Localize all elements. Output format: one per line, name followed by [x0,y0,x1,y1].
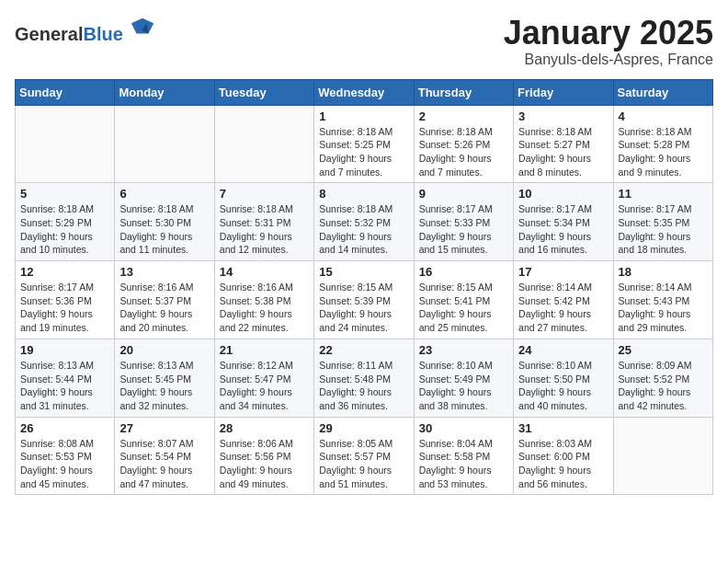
day-number: 17 [518,265,608,279]
day-info: Sunrise: 8:18 AMSunset: 5:32 PMDaylight:… [319,202,408,257]
weekday-header-tuesday: Tuesday [214,79,313,105]
day-number: 24 [518,343,608,357]
day-info: Sunrise: 8:17 AMSunset: 5:33 PMDaylight:… [419,202,508,257]
weekday-header-sunday: Sunday [16,79,115,105]
day-info: Sunrise: 8:15 AMSunset: 5:41 PMDaylight:… [419,281,508,335]
title-block: January 2025 Banyuls-dels-Aspres, France [504,15,713,68]
day-number: 13 [119,265,209,279]
calendar-cell [214,105,313,183]
day-number: 9 [419,187,508,201]
weekday-header-row: SundayMondayTuesdayWednesdayThursdayFrid… [16,79,713,105]
calendar-cell: 18Sunrise: 8:14 AMSunset: 5:43 PMDayligh… [613,261,712,339]
calendar-cell: 28Sunrise: 8:06 AMSunset: 5:56 PMDayligh… [214,417,313,495]
day-info: Sunrise: 8:13 AMSunset: 5:45 PMDaylight:… [119,359,209,413]
day-info: Sunrise: 8:08 AMSunset: 5:53 PMDaylight:… [20,437,109,491]
day-number: 15 [319,265,408,279]
logo-general-text: General [15,24,83,44]
day-number: 29 [319,421,408,435]
weekday-header-thursday: Thursday [414,79,513,105]
day-number: 14 [220,265,309,279]
calendar-cell: 10Sunrise: 8:17 AMSunset: 5:34 PMDayligh… [514,183,613,261]
day-number: 8 [319,187,408,201]
calendar-week-2: 5Sunrise: 8:18 AMSunset: 5:29 PMDaylight… [16,183,713,261]
calendar-cell: 7Sunrise: 8:18 AMSunset: 5:31 PMDaylight… [214,183,313,261]
calendar-cell: 17Sunrise: 8:14 AMSunset: 5:42 PMDayligh… [514,261,613,339]
calendar-cell: 5Sunrise: 8:18 AMSunset: 5:29 PMDaylight… [16,183,115,261]
calendar-cell: 1Sunrise: 8:18 AMSunset: 5:25 PMDaylight… [314,105,414,183]
day-number: 31 [518,421,608,435]
day-info: Sunrise: 8:18 AMSunset: 5:31 PMDaylight:… [220,202,309,257]
day-number: 1 [319,109,408,123]
calendar-cell [613,417,712,495]
day-number: 20 [119,343,209,357]
weekday-header-wednesday: Wednesday [314,79,414,105]
day-number: 5 [20,187,109,201]
day-info: Sunrise: 8:18 AMSunset: 5:29 PMDaylight:… [20,202,109,257]
day-number: 6 [119,187,209,201]
day-info: Sunrise: 8:12 AMSunset: 5:47 PMDaylight:… [220,359,309,413]
day-number: 27 [119,421,209,435]
day-number: 30 [419,421,508,435]
calendar-cell: 20Sunrise: 8:13 AMSunset: 5:45 PMDayligh… [115,339,214,417]
day-info: Sunrise: 8:17 AMSunset: 5:34 PMDaylight:… [518,202,608,257]
location: Banyuls-dels-Aspres, France [504,52,713,68]
day-number: 16 [419,265,508,279]
calendar-cell: 4Sunrise: 8:18 AMSunset: 5:28 PMDaylight… [613,105,712,183]
calendar-week-5: 26Sunrise: 8:08 AMSunset: 5:53 PMDayligh… [16,417,713,495]
calendar-cell: 19Sunrise: 8:13 AMSunset: 5:44 PMDayligh… [16,339,115,417]
day-info: Sunrise: 8:16 AMSunset: 5:38 PMDaylight:… [220,281,309,335]
calendar-cell: 24Sunrise: 8:10 AMSunset: 5:50 PMDayligh… [514,339,613,417]
day-number: 11 [619,187,708,201]
day-number: 26 [20,421,109,435]
page-header: GeneralBlue January 2025 Banyuls-dels-As… [15,15,713,68]
day-number: 4 [619,109,708,123]
calendar-cell [115,105,214,183]
day-info: Sunrise: 8:14 AMSunset: 5:42 PMDaylight:… [518,281,608,335]
day-number: 18 [619,265,708,279]
calendar-cell: 9Sunrise: 8:17 AMSunset: 5:33 PMDaylight… [414,183,513,261]
day-number: 23 [419,343,508,357]
day-info: Sunrise: 8:18 AMSunset: 5:30 PMDaylight:… [119,202,209,257]
calendar-week-1: 1Sunrise: 8:18 AMSunset: 5:25 PMDaylight… [16,105,713,183]
day-info: Sunrise: 8:10 AMSunset: 5:50 PMDaylight:… [518,359,608,413]
calendar-cell: 13Sunrise: 8:16 AMSunset: 5:37 PMDayligh… [115,261,214,339]
day-info: Sunrise: 8:18 AMSunset: 5:27 PMDaylight:… [518,125,608,179]
day-number: 28 [220,421,309,435]
calendar-cell: 2Sunrise: 8:18 AMSunset: 5:26 PMDaylight… [414,105,513,183]
calendar-cell: 14Sunrise: 8:16 AMSunset: 5:38 PMDayligh… [214,261,313,339]
day-info: Sunrise: 8:18 AMSunset: 5:28 PMDaylight:… [619,125,708,179]
logo: GeneralBlue [15,15,155,44]
day-info: Sunrise: 8:10 AMSunset: 5:49 PMDaylight:… [419,359,508,413]
weekday-header-saturday: Saturday [613,79,712,105]
calendar-table: SundayMondayTuesdayWednesdayThursdayFrid… [15,79,713,496]
day-info: Sunrise: 8:18 AMSunset: 5:26 PMDaylight:… [419,125,508,179]
calendar-cell: 11Sunrise: 8:17 AMSunset: 5:35 PMDayligh… [613,183,712,261]
calendar-week-4: 19Sunrise: 8:13 AMSunset: 5:44 PMDayligh… [16,339,713,417]
calendar-cell [16,105,115,183]
day-number: 7 [220,187,309,201]
weekday-header-monday: Monday [115,79,214,105]
calendar-cell: 8Sunrise: 8:18 AMSunset: 5:32 PMDaylight… [314,183,414,261]
month-title: January 2025 [504,15,713,52]
day-info: Sunrise: 8:04 AMSunset: 5:58 PMDaylight:… [419,437,508,491]
calendar-cell: 16Sunrise: 8:15 AMSunset: 5:41 PMDayligh… [414,261,513,339]
calendar-cell: 15Sunrise: 8:15 AMSunset: 5:39 PMDayligh… [314,261,414,339]
day-number: 10 [518,187,608,201]
day-info: Sunrise: 8:16 AMSunset: 5:37 PMDaylight:… [119,281,209,335]
day-info: Sunrise: 8:07 AMSunset: 5:54 PMDaylight:… [119,437,209,491]
calendar-cell: 23Sunrise: 8:10 AMSunset: 5:49 PMDayligh… [414,339,513,417]
day-info: Sunrise: 8:03 AMSunset: 6:00 PMDaylight:… [518,437,608,491]
day-info: Sunrise: 8:09 AMSunset: 5:52 PMDaylight:… [619,359,708,413]
calendar-cell: 22Sunrise: 8:11 AMSunset: 5:48 PMDayligh… [314,339,414,417]
calendar-body: 1Sunrise: 8:18 AMSunset: 5:25 PMDaylight… [16,105,713,495]
logo-blue-text: Blue [83,24,122,44]
day-number: 12 [20,265,109,279]
day-number: 25 [619,343,708,357]
calendar-cell: 31Sunrise: 8:03 AMSunset: 6:00 PMDayligh… [514,417,613,495]
day-info: Sunrise: 8:06 AMSunset: 5:56 PMDaylight:… [220,437,309,491]
day-info: Sunrise: 8:14 AMSunset: 5:43 PMDaylight:… [619,281,708,335]
day-info: Sunrise: 8:18 AMSunset: 5:25 PMDaylight:… [319,125,408,179]
day-info: Sunrise: 8:17 AMSunset: 5:35 PMDaylight:… [619,202,708,257]
calendar-cell: 29Sunrise: 8:05 AMSunset: 5:57 PMDayligh… [314,417,414,495]
logo-icon [130,15,155,40]
